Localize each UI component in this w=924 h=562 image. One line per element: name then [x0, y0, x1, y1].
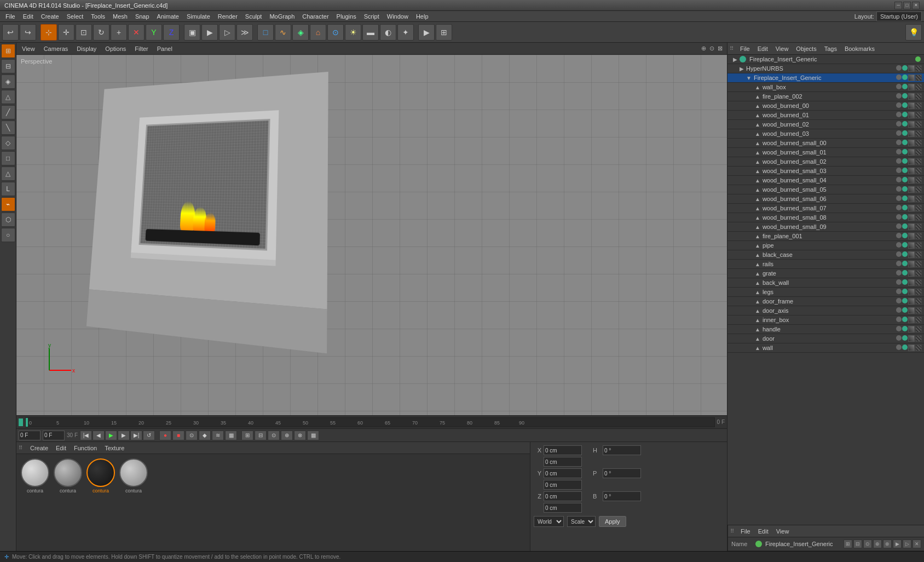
- auto-key-button[interactable]: ⊙: [186, 431, 198, 440]
- left-tool-6[interactable]: L: [1, 182, 15, 196]
- menu-select[interactable]: Select: [63, 12, 87, 21]
- vp-menu-panel[interactable]: Panel: [155, 44, 175, 53]
- timeline-ruler[interactable]: 0 5 10 15 20 25 30 35 40 45 50 55 60 65 …: [25, 417, 715, 427]
- render-preview-button[interactable]: ▦: [225, 431, 237, 440]
- vp-menu-cameras[interactable]: Cameras: [42, 44, 71, 53]
- viewport[interactable]: Perspective: [16, 55, 727, 415]
- rb-menu-view[interactable]: View: [774, 527, 792, 536]
- right-menu-view[interactable]: View: [773, 44, 791, 53]
- tool-2-button[interactable]: ⊟: [255, 431, 267, 440]
- redo-button[interactable]: ↪: [20, 24, 36, 41]
- scene-item-handle[interactable]: ▲ handle: [727, 325, 924, 334]
- mat-menu-create[interactable]: Create: [28, 444, 50, 452]
- go-end-button[interactable]: ▶|: [130, 431, 142, 440]
- left-tool-mode[interactable]: ⊞: [1, 44, 15, 58]
- y-axis-button[interactable]: Y: [146, 24, 162, 41]
- world-select[interactable]: World Object: [534, 516, 564, 527]
- play-button[interactable]: ▶: [105, 431, 117, 440]
- scene-item-wood-burned-small-00[interactable]: ▲ wood_burned_small_00: [727, 139, 924, 148]
- go-start-button[interactable]: |◀: [80, 431, 92, 440]
- name-ctrl-4[interactable]: ⊕: [873, 540, 882, 548]
- mat-menu-edit[interactable]: Edit: [54, 444, 68, 452]
- deform-button[interactable]: ⌂: [310, 24, 326, 41]
- coord-p-input[interactable]: [603, 468, 641, 478]
- vp-menu-view[interactable]: View: [20, 44, 37, 53]
- light-toggle[interactable]: 💡: [905, 24, 922, 41]
- left-tool-4[interactable]: □: [1, 151, 15, 165]
- tool-6-button[interactable]: ▦: [307, 431, 319, 440]
- scene-item-back-wall[interactable]: ▲ back_wall: [727, 278, 924, 288]
- left-tool-sculpt[interactable]: ⌁: [1, 197, 15, 211]
- name-ctrl-3[interactable]: ⊙: [863, 540, 872, 548]
- name-ctrl-2[interactable]: ⊟: [853, 540, 862, 548]
- scale-select[interactable]: Scale Size: [567, 516, 596, 527]
- menu-plugins[interactable]: Plugins: [333, 12, 360, 21]
- menu-tools[interactable]: Tools: [88, 12, 108, 21]
- menu-mesh[interactable]: Mesh: [109, 12, 131, 21]
- right-menu-edit[interactable]: Edit: [755, 44, 770, 53]
- scene-item-inner-box[interactable]: ▲ inner_box: [727, 316, 924, 325]
- vp-ctrl-1[interactable]: ⊕: [700, 45, 707, 52]
- tool-1-button[interactable]: ⊞: [241, 431, 253, 440]
- rotate-tool-button[interactable]: ↻: [93, 24, 109, 41]
- tool-5-button[interactable]: ⊗: [294, 431, 306, 440]
- select-tool-button[interactable]: ⊹: [41, 24, 57, 41]
- menu-simulate[interactable]: Simulate: [183, 12, 213, 21]
- scene-item-wood-burned-small-04[interactable]: ▲ wood_burned_small_04: [727, 176, 924, 185]
- rb-menu-file[interactable]: File: [738, 527, 753, 536]
- coord-b-input[interactable]: [603, 491, 641, 501]
- name-ctrl-6[interactable]: ▶: [893, 540, 902, 548]
- coord-sy-input[interactable]: [544, 480, 582, 490]
- render-region-button[interactable]: ▣: [184, 24, 200, 41]
- menu-sculpt[interactable]: Sculpt: [242, 12, 265, 21]
- vp-menu-options[interactable]: Options: [103, 44, 128, 53]
- apply-button[interactable]: Apply: [599, 516, 626, 527]
- menu-file[interactable]: File: [2, 12, 19, 21]
- left-tool-1[interactable]: ╱: [1, 105, 15, 119]
- minimize-button[interactable]: ─: [894, 2, 902, 9]
- menu-window[interactable]: Window: [384, 12, 412, 21]
- scene-item-wood-burned-small-08[interactable]: ▲ wood_burned_small_08: [727, 213, 924, 222]
- material-item-1[interactable]: contura: [21, 458, 49, 494]
- right-menu-tags[interactable]: Tags: [822, 44, 839, 53]
- camera-button[interactable]: ⊙: [327, 24, 344, 41]
- scene-item-door-frame[interactable]: ▲ door_frame: [727, 297, 924, 306]
- move-tool-button[interactable]: ✛: [58, 24, 74, 41]
- stop-button[interactable]: ■: [172, 431, 184, 440]
- scene-item-door[interactable]: ▲ door: [727, 334, 924, 343]
- motion-button[interactable]: ≋: [212, 431, 224, 440]
- scene-item-grate[interactable]: ▲ grate: [727, 269, 924, 278]
- fx-button[interactable]: ✦: [397, 24, 414, 41]
- step-fwd-button[interactable]: ▶: [118, 431, 130, 440]
- scene-item-wood-burned-small-07[interactable]: ▲ wood_burned_small_07: [727, 204, 924, 213]
- layout-value[interactable]: Startup (User): [876, 12, 922, 21]
- playback-button[interactable]: ▶: [201, 24, 218, 41]
- left-tool-3[interactable]: ◇: [1, 136, 15, 150]
- name-ctrl-5[interactable]: ⊗: [883, 540, 892, 548]
- render-button[interactable]: ▶: [418, 24, 435, 41]
- left-tool-paint[interactable]: ⬡: [1, 213, 15, 227]
- sky-button[interactable]: ◐: [380, 24, 396, 41]
- layout-selector[interactable]: Layout: Startup (User): [854, 12, 922, 21]
- scene-item-wall-box[interactable]: ▲ wall_box: [727, 83, 924, 92]
- frame-input-2[interactable]: [43, 431, 65, 440]
- scene-item-root[interactable]: ▶ Fireplace_Insert_Generic: [727, 55, 924, 64]
- mat-menu-function[interactable]: Function: [72, 444, 99, 452]
- scene-item-wall[interactable]: ▲ wall: [727, 343, 924, 353]
- key-button[interactable]: ◆: [199, 431, 211, 440]
- tool-3-button[interactable]: ⊙: [268, 431, 280, 440]
- left-tool-edge[interactable]: ⊟: [1, 59, 15, 73]
- menu-render[interactable]: Render: [215, 12, 241, 21]
- menu-character[interactable]: Character: [299, 12, 332, 21]
- rb-menu-edit[interactable]: Edit: [756, 527, 771, 536]
- menu-create[interactable]: Create: [38, 12, 62, 21]
- coord-y-pos-input[interactable]: [544, 468, 582, 478]
- scene-item-black-case[interactable]: ▲ black_case: [727, 250, 924, 260]
- scene-item-wood-burned-01[interactable]: ▲ wood_burned_01: [727, 111, 924, 120]
- scene-item-door-axis[interactable]: ▲ door_axis: [727, 306, 924, 316]
- light-button[interactable]: ☀: [345, 24, 361, 41]
- close-button[interactable]: ✕: [912, 2, 920, 9]
- scene-item-wood-burned-03[interactable]: ▲ wood_burned_03: [727, 129, 924, 139]
- scene-item-wood-burned-small-09[interactable]: ▲ wood_burned_small_09: [727, 222, 924, 232]
- scene-item-wood-burned-02[interactable]: ▲ wood_burned_02: [727, 120, 924, 129]
